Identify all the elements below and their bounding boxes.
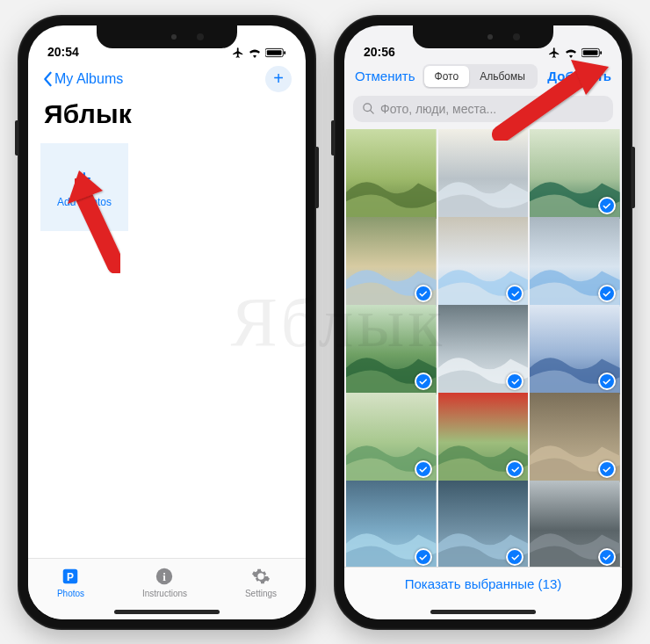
photo-thumb[interactable] (530, 481, 620, 567)
wifi-icon (248, 47, 262, 58)
battery-icon (265, 47, 286, 58)
cancel-button[interactable]: Отменить (355, 69, 415, 83)
seg-photos[interactable]: Фото (424, 66, 470, 87)
photo-thumb[interactable] (438, 393, 529, 483)
battery-icon (581, 47, 603, 58)
svg-rect-2 (284, 51, 285, 54)
nav-row: My Albums + (28, 61, 306, 94)
status-icons (548, 47, 603, 59)
svg-rect-8 (583, 50, 598, 55)
chevron-left-icon (42, 71, 53, 87)
home-indicator[interactable] (430, 610, 536, 614)
status-icons (232, 47, 286, 59)
photo-thumb[interactable] (346, 129, 437, 220)
add-photos-tile[interactable]: + Add Photos (40, 143, 128, 231)
selected-check-icon (598, 460, 616, 478)
selected-check-icon (598, 373, 616, 390)
watermark: Яблык (230, 282, 445, 362)
gear-icon (250, 566, 271, 587)
home-indicator[interactable] (114, 610, 220, 614)
album-title: Яблык (28, 94, 306, 138)
svg-rect-1 (267, 50, 282, 55)
search-placeholder: Фото, люди, места... (380, 102, 496, 116)
photo-thumb[interactable] (438, 129, 529, 220)
svg-text:P: P (68, 570, 75, 582)
tab-settings[interactable]: Settings (245, 566, 277, 598)
selected-check-icon (598, 285, 616, 302)
photo-thumb[interactable] (438, 305, 529, 395)
tab-photos[interactable]: P Photos (57, 566, 84, 598)
airplane-icon (232, 47, 244, 59)
photo-thumb[interactable] (530, 129, 620, 220)
search-icon (362, 102, 375, 115)
plus-icon: + (273, 69, 284, 89)
photo-thumb[interactable] (346, 481, 437, 567)
tab-instructions[interactable]: i Instructions (142, 566, 187, 598)
status-time: 20:54 (47, 45, 79, 59)
svg-rect-9 (600, 51, 602, 54)
notch (413, 25, 553, 48)
selected-check-icon (415, 548, 432, 566)
svg-text:i: i (163, 570, 167, 582)
photo-thumb[interactable] (346, 393, 437, 483)
plus-icon: + (77, 166, 91, 191)
back-button[interactable]: My Albums (42, 71, 123, 87)
selected-check-icon (598, 548, 616, 566)
info-icon: i (154, 566, 175, 587)
photo-thumb[interactable] (530, 305, 620, 395)
selected-check-icon (598, 197, 616, 214)
tab-label: Photos (57, 589, 84, 598)
search-field[interactable]: Фото, люди, места... (353, 96, 613, 122)
tab-label: Instructions (142, 589, 187, 598)
add-photos-label: Add Photos (57, 196, 112, 208)
photo-thumb[interactable] (438, 217, 529, 308)
photos-icon: P (60, 566, 81, 587)
show-selected-button[interactable]: Показать выбранные (13) (405, 576, 562, 591)
seg-albums[interactable]: Альбомы (469, 66, 536, 87)
selected-check-icon (415, 460, 432, 478)
photo-thumb[interactable] (438, 481, 529, 567)
selected-check-icon (415, 373, 432, 390)
back-label: My Albums (54, 71, 123, 87)
airplane-icon (548, 47, 560, 59)
svg-line-11 (370, 110, 373, 113)
photo-thumb[interactable] (530, 217, 620, 308)
tab-label: Settings (245, 589, 277, 598)
picker-header: Отменить Фото Альбомы Добавить (344, 61, 622, 94)
status-time: 20:56 (364, 45, 395, 59)
photo-thumb[interactable] (530, 393, 620, 483)
add-button[interactable]: Добавить (547, 69, 611, 83)
add-album-button[interactable]: + (265, 66, 292, 92)
notch (97, 25, 237, 48)
segmented-control[interactable]: Фото Альбомы (422, 64, 538, 89)
wifi-icon (564, 47, 578, 58)
